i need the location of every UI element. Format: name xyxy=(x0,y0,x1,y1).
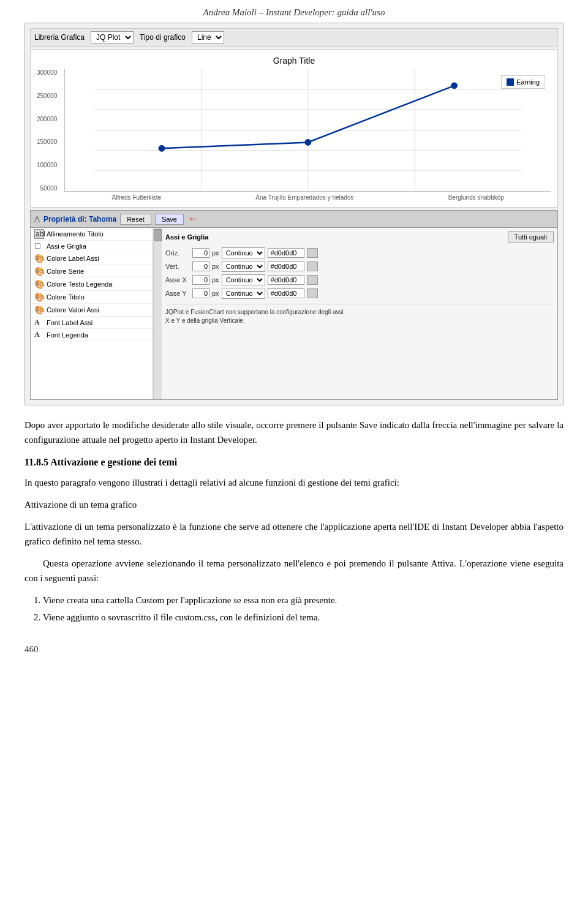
body-paragraph1: Dopo aver apportato le modifiche desider… xyxy=(24,418,564,447)
x-label-2: Ana Trujillo Emparedados y helados xyxy=(255,194,353,201)
chart-plot-area: Earning Alfreds Futterkiste Ana Trujillo… xyxy=(64,69,551,201)
list-item-1: Viene creata una cartella Custom per l'a… xyxy=(43,593,564,607)
list-item-label-1: Assi e Griglia xyxy=(47,243,86,250)
svg-point-9 xyxy=(305,139,311,145)
grid-px-assex: px xyxy=(212,276,219,284)
legend-label: Earning xyxy=(516,78,540,86)
tutti-uguali-button[interactable]: Tutti uguali xyxy=(508,231,554,243)
list-item-colore-serie[interactable]: 🎨 Colore Serie xyxy=(31,265,153,278)
legend-color-box xyxy=(507,78,514,86)
grid-color-oriz[interactable] xyxy=(268,248,304,258)
y-label-150000: 150000 xyxy=(37,138,57,145)
font-icon-0: A xyxy=(34,318,44,327)
grid-label-vert: Vert. xyxy=(165,263,190,270)
list-item-font-legenda[interactable]: A Font Legenda xyxy=(31,329,153,341)
body-paragraph3: L'attivazione di un tema personalizzato … xyxy=(24,519,564,549)
page-footer: 460 xyxy=(0,639,588,660)
grid-px-oriz: px xyxy=(212,249,219,257)
grid-swatch-vert[interactable] xyxy=(307,261,318,271)
save-button[interactable]: Save xyxy=(155,214,184,225)
list-item-label-0: Allineamento Titolo xyxy=(47,230,104,238)
grid-style-vert[interactable]: Continuo xyxy=(222,261,265,272)
font-icon-1: A xyxy=(34,330,44,339)
grid-style-assex[interactable]: Continuo xyxy=(222,274,265,285)
tipo-label: Tipo di grafico xyxy=(140,33,186,42)
page-number: 460 xyxy=(24,644,39,654)
grid-input-assey[interactable] xyxy=(192,288,209,298)
svg-point-8 xyxy=(159,145,165,151)
props-panel: ⋀ Proprietà di: Tahoma Reset Save ← abl … xyxy=(30,210,558,400)
main-content: Libreria Grafica JQ Plot Tipo di grafico… xyxy=(0,23,588,639)
ui-panel: Libreria Grafica JQ Plot Tipo di grafico… xyxy=(24,23,564,405)
y-label-200000: 200000 xyxy=(37,116,57,122)
y-label-100000: 100000 xyxy=(37,162,57,168)
list-item-colore-testo-legenda[interactable]: 🎨 Colore Testo Legenda xyxy=(31,278,153,291)
color-icon-0: 🎨 xyxy=(34,254,44,263)
color-icon-4: 🎨 xyxy=(34,305,44,315)
body-list: Viene creata una cartella Custom per l'a… xyxy=(24,593,564,625)
list-item-allineamento[interactable]: abl Allineamento Titolo xyxy=(31,228,153,241)
list-scrollbar[interactable] xyxy=(153,228,162,399)
chart-area: 300000 250000 200000 150000 100000 50000 xyxy=(37,69,551,201)
libreria-label: Libreria Grafica xyxy=(34,33,85,42)
list-item-label-8: Font Legenda xyxy=(47,331,88,339)
y-label-50000: 50000 xyxy=(40,185,58,192)
checkbox-icon: ☐ xyxy=(34,242,44,250)
props-body: abl Allineamento Titolo ☐ Assi e Griglia… xyxy=(31,228,557,399)
chart-x-labels: Alfreds Futterkiste Ana Trujillo Empared… xyxy=(64,192,551,201)
body-paragraph2: In questo paragrafo vengono illustrati i… xyxy=(24,475,564,490)
list-item-colore-label-assi[interactable]: 🎨 Colore Label Assi xyxy=(31,252,153,265)
libreria-select[interactable]: JQ Plot xyxy=(91,31,134,43)
reset-button[interactable]: Reset xyxy=(120,214,151,225)
props-list-container: abl Allineamento Titolo ☐ Assi e Griglia… xyxy=(31,228,162,399)
x-label-1: Alfreds Futterkiste xyxy=(112,194,162,201)
props-note-text: JQPlot e FusionChart non supportano la c… xyxy=(165,309,344,324)
grid-swatch-assey[interactable] xyxy=(307,288,318,298)
x-label-3: Berglunds snabbköp xyxy=(448,194,504,201)
arrow-indicator: ← xyxy=(187,213,198,225)
tipo-select[interactable]: Line xyxy=(192,31,224,43)
list-item-label-6: Colore Valori Assi xyxy=(47,306,99,314)
collapse-icon[interactable]: ⋀ xyxy=(34,215,40,223)
grid-color-assey[interactable] xyxy=(268,288,304,298)
grid-color-assex[interactable] xyxy=(268,275,304,285)
list-item-label-5: Colore Titolo xyxy=(47,293,85,301)
grid-input-vert[interactable] xyxy=(192,261,209,271)
props-note: JQPlot e FusionChart non supportano la c… xyxy=(165,304,554,325)
chart-title: Graph Title xyxy=(37,56,551,66)
list-item-font-label-assi[interactable]: A Font Label Assi xyxy=(31,317,153,329)
grid-input-assex[interactable] xyxy=(192,275,209,285)
grid-label-assey: Asse Y xyxy=(165,290,190,297)
list-item-label-3: Colore Serie xyxy=(47,268,84,275)
chart-y-axis: 300000 250000 200000 150000 100000 50000 xyxy=(37,69,59,192)
list-item-label-4: Colore Testo Legenda xyxy=(47,280,112,288)
chart-svg xyxy=(64,69,551,192)
scrollbar-thumb[interactable] xyxy=(154,229,162,241)
color-icon-3: 🎨 xyxy=(34,292,44,302)
body-paragraph4: Questa operazione avviene selezionando i… xyxy=(24,556,564,585)
subheading1: Attivazione di un tema grafico xyxy=(24,497,564,512)
list-item-label-7: Font Label Assi xyxy=(47,319,92,326)
chart-container: Graph Title 300000 250000 200000 150000 … xyxy=(30,49,558,208)
props-title: Proprietà di: Tahoma xyxy=(43,215,116,224)
grid-swatch-assex[interactable] xyxy=(307,275,318,285)
grid-color-vert[interactable] xyxy=(268,261,304,271)
chart-legend: Earning xyxy=(501,75,545,89)
grid-style-assey[interactable]: Continuo xyxy=(222,288,265,299)
props-right: Assi e Griglia Tutti uguali Oriz. px Con… xyxy=(162,228,557,399)
grid-style-oriz[interactable]: Continuo xyxy=(222,247,265,258)
grid-input-oriz[interactable] xyxy=(192,248,209,258)
grid-row-oriz: Oriz. px Continuo xyxy=(165,247,554,258)
top-bar: Libreria Grafica JQ Plot Tipo di grafico… xyxy=(30,28,558,47)
list-item-colore-titolo[interactable]: 🎨 Colore Titolo xyxy=(31,291,153,304)
color-icon-1: 🎨 xyxy=(34,266,44,276)
grid-swatch-oriz[interactable] xyxy=(307,248,318,258)
y-label-300000: 300000 xyxy=(37,69,57,76)
grid-px-vert: px xyxy=(212,263,219,270)
list-item-colore-valori-assi[interactable]: 🎨 Colore Valori Assi xyxy=(31,304,153,317)
svg-point-10 xyxy=(451,83,458,89)
grid-label-assex: Asse X xyxy=(165,276,190,284)
list-item-label-2: Colore Label Assi xyxy=(47,255,99,262)
section-heading: 11.8.5 Attivazione e gestione dei temi xyxy=(24,457,564,468)
list-item-assi-griglia[interactable]: ☐ Assi e Griglia xyxy=(31,241,153,252)
